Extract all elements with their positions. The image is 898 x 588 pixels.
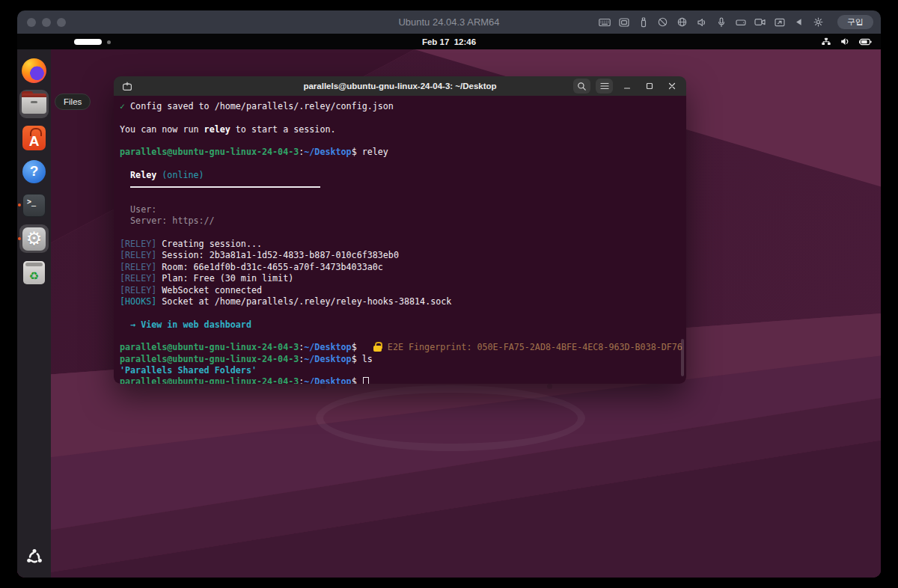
terminal-text: reley bbox=[204, 124, 230, 135]
show-apps-button[interactable] bbox=[17, 548, 51, 567]
wallpaper-ellipse bbox=[316, 385, 585, 451]
terminal-text: ✓ bbox=[120, 101, 125, 111]
shared-folder-icon[interactable] bbox=[773, 16, 786, 28]
terminal-text: Session: 2b3a81a1-1d52-4833-b887-010c6f3… bbox=[156, 250, 399, 260]
search-icon bbox=[577, 82, 587, 91]
terminal-text: [HOOKS] bbox=[120, 296, 156, 307]
trash-icon: ♻ bbox=[23, 261, 45, 284]
terminal-text: reley bbox=[362, 147, 388, 157]
traffic-lights bbox=[27, 18, 66, 27]
terminal-maximize-button[interactable] bbox=[641, 79, 658, 94]
terminal-cursor bbox=[363, 377, 369, 384]
dock-item-settings[interactable]: ⚙ bbox=[17, 224, 51, 253]
display-icon[interactable] bbox=[617, 16, 630, 28]
close-window-button[interactable] bbox=[27, 18, 36, 27]
terminal-line: parallels@ubuntu-gnu-linux-24-04-3:~/Des… bbox=[120, 354, 686, 365]
terminal-titlebar[interactable]: parallels@ubuntu-gnu-linux-24-04-3: ~/De… bbox=[114, 76, 686, 96]
terminal-line bbox=[120, 227, 686, 239]
drive-icon[interactable] bbox=[734, 16, 747, 28]
network-disabled-icon[interactable] bbox=[656, 16, 669, 28]
terminal-text: to start a session. bbox=[230, 124, 336, 135]
network-icon[interactable] bbox=[821, 37, 831, 46]
firefox-icon bbox=[22, 58, 46, 83]
usb-icon[interactable] bbox=[637, 16, 650, 28]
hamburger-menu-icon bbox=[600, 82, 609, 90]
terminal-text: (online) bbox=[162, 170, 204, 180]
desktop[interactable]: A ? >_ ⚙ ♻ bbox=[17, 49, 881, 578]
buy-button[interactable]: 구입 bbox=[837, 15, 873, 29]
keyboard-icon[interactable] bbox=[598, 16, 611, 28]
terminal-line bbox=[120, 112, 686, 123]
terminal-body[interactable]: ✓ Config saved to /home/parallels/.reley… bbox=[114, 96, 686, 384]
terminal-scrollbar[interactable] bbox=[681, 339, 684, 376]
terminal-text: ls bbox=[362, 354, 373, 364]
camera-icon[interactable] bbox=[754, 16, 766, 28]
lock-icon bbox=[373, 342, 382, 352]
clock[interactable]: Feb 17 12:46 bbox=[17, 34, 881, 49]
terminal-text: $ bbox=[352, 376, 362, 384]
terminal-text: [RELEY] bbox=[120, 285, 156, 295]
terminal-text: Room: 66e1df0b-d31c-4655-a70f-3473b4033a… bbox=[156, 262, 383, 272]
terminal-text: User: bbox=[120, 204, 156, 215]
terminal-close-button[interactable] bbox=[663, 79, 680, 94]
terminal-text: Creating session... bbox=[156, 239, 262, 249]
terminal-minimize-button[interactable] bbox=[618, 79, 635, 94]
terminal-text: ~/Desktop bbox=[304, 354, 351, 364]
terminal-line bbox=[120, 193, 686, 204]
terminal-line: parallels@ubuntu-gnu-linux-24-04-3:~/Des… bbox=[120, 376, 686, 384]
minimize-window-button[interactable] bbox=[42, 18, 51, 27]
terminal-line: [RELEY] Plan: Free (30 min limit) bbox=[120, 273, 686, 284]
maximize-icon bbox=[646, 82, 653, 90]
terminal-text: parallels@ubuntu-gnu-linux-24-04-3 bbox=[120, 354, 299, 364]
terminal-text: parallels@ubuntu-gnu-linux-24-04-3 bbox=[120, 342, 299, 352]
terminal-text: $ bbox=[352, 147, 362, 157]
new-tab-button[interactable] bbox=[119, 79, 135, 94]
wallpaper-dot bbox=[321, 384, 326, 389]
terminal-line: ✓ Config saved to /home/parallels/.reley… bbox=[120, 101, 686, 112]
globe-icon[interactable] bbox=[676, 16, 688, 28]
terminal-text: [RELEY] bbox=[120, 262, 156, 272]
terminal-text: $ bbox=[352, 354, 362, 364]
battery-icon[interactable] bbox=[859, 38, 872, 46]
settings-icon[interactable] bbox=[812, 16, 825, 28]
dock-item-app-center[interactable]: A bbox=[17, 123, 51, 152]
running-indicator bbox=[18, 203, 21, 206]
microphone-icon[interactable] bbox=[715, 16, 727, 28]
terminal-line: parallels@ubuntu-gnu-linux-24-04-3:~/Des… bbox=[120, 342, 686, 353]
terminal-line: Server: https:// bbox=[120, 215, 686, 227]
terminal-text: WebSocket connected bbox=[156, 285, 262, 295]
terminal-line: [RELEY] Room: 66e1df0b-d31c-4655-a70f-34… bbox=[120, 262, 686, 273]
terminal-text: parallels@ubuntu-gnu-linux-24-04-3 bbox=[120, 376, 299, 384]
zoom-window-button[interactable] bbox=[57, 18, 66, 27]
terminal-line: You can now run reley to start a session… bbox=[120, 124, 686, 135]
terminal-menu-button[interactable] bbox=[596, 79, 613, 94]
volume-icon[interactable] bbox=[840, 37, 850, 46]
terminal-line: 'Parallels Shared Folders' bbox=[120, 365, 686, 376]
terminal-text: ~/Desktop bbox=[304, 147, 351, 157]
terminal-text bbox=[362, 342, 373, 352]
dock-item-firefox[interactable] bbox=[17, 56, 51, 85]
dock-item-trash[interactable]: ♻ bbox=[17, 258, 51, 287]
volume-icon[interactable] bbox=[695, 16, 708, 28]
terminal-line: [RELEY] WebSocket connected bbox=[120, 285, 686, 296]
dock-item-files[interactable] bbox=[17, 90, 51, 118]
playback-icon[interactable] bbox=[792, 16, 805, 28]
terminal-window: parallels@ubuntu-gnu-linux-24-04-3: ~/De… bbox=[114, 76, 686, 384]
terminal-search-button[interactable] bbox=[573, 79, 590, 94]
terminal-icon: >_ bbox=[22, 194, 46, 217]
dock-item-help[interactable]: ? bbox=[17, 157, 51, 186]
terminal-text: $ bbox=[352, 342, 362, 352]
terminal-text: [RELEY] bbox=[120, 239, 156, 249]
dock-item-terminal[interactable]: >_ bbox=[17, 191, 51, 219]
close-icon bbox=[668, 82, 676, 90]
terminal-output: ✓ Config saved to /home/parallels/.reley… bbox=[120, 101, 686, 384]
system-status-area[interactable] bbox=[821, 34, 872, 49]
terminal-line bbox=[120, 307, 686, 319]
terminal-text: → View in web dashboard bbox=[130, 319, 251, 330]
terminal-text: Reley bbox=[130, 170, 156, 180]
terminal-text: Config saved to /home/parallels/.reley/c… bbox=[125, 101, 394, 111]
terminal-line: parallels@ubuntu-gnu-linux-24-04-3:~/Des… bbox=[120, 147, 686, 158]
terminal-text bbox=[120, 319, 130, 330]
terminal-text: 'Parallels Shared Folders' bbox=[120, 365, 257, 376]
terminal-text: Socket at /home/parallels/.reley/reley-h… bbox=[156, 296, 451, 307]
